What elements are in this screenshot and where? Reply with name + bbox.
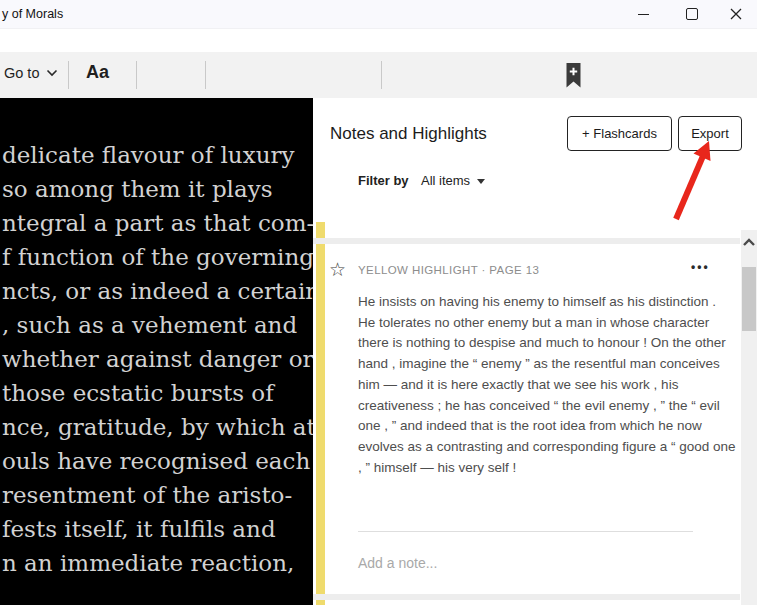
close-icon bbox=[730, 8, 742, 20]
goto-dropdown[interactable]: Go to bbox=[4, 65, 58, 81]
book-text-line: ntegral a part as that com- bbox=[2, 210, 313, 236]
scroll-up-icon[interactable] bbox=[742, 238, 756, 247]
export-button[interactable]: Export bbox=[678, 116, 742, 151]
bookmark-button[interactable] bbox=[565, 62, 582, 93]
add-note-field[interactable]: Add a note... bbox=[358, 555, 437, 571]
book-text-line: ncts, or as indeed a certain bbox=[2, 278, 313, 304]
bookmark-plus-icon bbox=[565, 62, 582, 89]
book-text-line: nce, gratitude, by which at bbox=[2, 414, 313, 440]
card-divider bbox=[358, 531, 693, 532]
card-menu-button[interactable]: ••• bbox=[691, 260, 710, 274]
highlight-card-header: YELLOW HIGHLIGHT · PAGE 13 bbox=[358, 264, 539, 276]
notebook-title: Notes and Highlights bbox=[330, 124, 487, 144]
book-text-line: ouls have recognised each bbox=[2, 448, 310, 474]
book-text-line: delicate flavour of luxury bbox=[2, 142, 294, 168]
highlight-color-strip bbox=[316, 600, 325, 605]
minimize-button[interactable] bbox=[628, 1, 658, 27]
star-icon[interactable]: ☆ bbox=[329, 260, 346, 279]
notebook-scrollbar[interactable] bbox=[741, 230, 757, 605]
highlight-color-strip bbox=[316, 244, 325, 594]
toolbar-divider bbox=[136, 61, 137, 89]
add-flashcards-button[interactable]: + Flashcards bbox=[567, 116, 672, 151]
dropdown-arrow-icon bbox=[477, 179, 485, 184]
maximize-button[interactable] bbox=[677, 1, 707, 27]
toolbar-divider bbox=[205, 61, 206, 89]
highlight-card: ☆ YELLOW HIGHLIGHT · PAGE 13 ••• He insi… bbox=[313, 244, 740, 594]
filter-by-label: Filter by bbox=[358, 173, 409, 188]
scrollbar-thumb[interactable] bbox=[742, 267, 756, 331]
book-page: delicate flavour of luxury so among them… bbox=[0, 98, 313, 605]
notebook-panel: Notes and Highlights + Flashcards Export… bbox=[313, 98, 757, 605]
toolbar-divider bbox=[381, 61, 382, 89]
window-title: y of Morals bbox=[2, 7, 63, 21]
highlight-text: He insists on having his enemy to himsel… bbox=[358, 292, 736, 478]
next-card-partial bbox=[313, 600, 740, 605]
minimize-icon bbox=[638, 14, 649, 15]
goto-label: Go to bbox=[4, 65, 39, 81]
book-text-line: so among them it plays bbox=[2, 176, 272, 202]
reader-toolbar: Go to Aa bbox=[0, 52, 757, 98]
add-flashcards-label: + Flashcards bbox=[582, 126, 657, 141]
export-label: Export bbox=[691, 126, 729, 141]
filter-value: All items bbox=[421, 173, 470, 188]
book-text-line: resentment of the aristo- bbox=[2, 482, 292, 508]
maximize-icon bbox=[686, 8, 698, 20]
chevron-down-icon bbox=[46, 69, 58, 77]
book-text-line: fests itself, it fulfils and bbox=[2, 516, 276, 542]
book-text-line: , such as a vehement and bbox=[2, 312, 297, 338]
toolbar-divider bbox=[68, 61, 69, 89]
previous-card-partial bbox=[313, 222, 740, 238]
font-settings-button[interactable]: Aa bbox=[86, 62, 109, 83]
filter-dropdown[interactable]: All items bbox=[421, 173, 485, 188]
book-text-line: those ecstatic bursts of bbox=[2, 380, 274, 406]
book-text-line: f function of the governing bbox=[2, 244, 313, 270]
title-bar: y of Morals bbox=[0, 0, 757, 29]
book-text-line: whether against danger or bbox=[2, 346, 313, 372]
highlight-color-strip bbox=[316, 222, 325, 238]
close-button[interactable] bbox=[721, 1, 751, 27]
book-text-line: n an immediate reaction, bbox=[2, 550, 294, 576]
